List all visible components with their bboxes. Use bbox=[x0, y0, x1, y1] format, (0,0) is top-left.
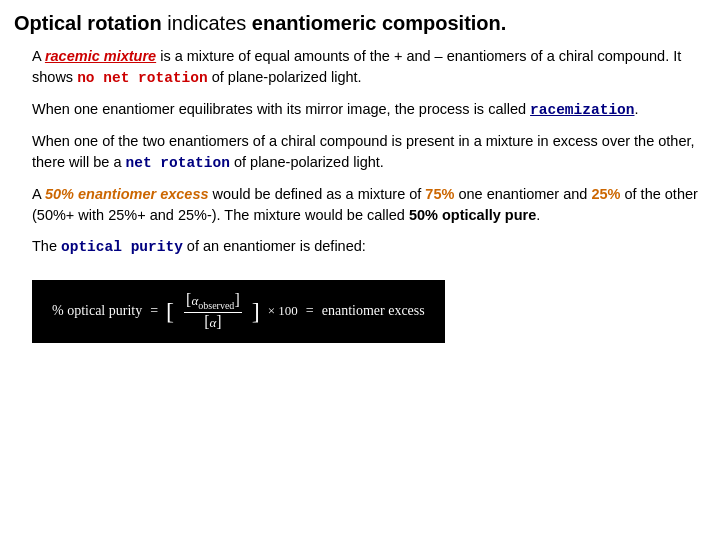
p4-prefix: A bbox=[32, 186, 45, 202]
formula-inner: % optical purity = [ [αobserved] [α] ] ×… bbox=[52, 292, 425, 331]
paragraph-3: When one of the two enantiomers of a chi… bbox=[32, 131, 706, 174]
formula-fraction: [αobserved] [α] bbox=[184, 292, 242, 331]
formula-times-100: × 100 bbox=[268, 303, 298, 319]
formula-denominator: [α] bbox=[202, 313, 223, 331]
formula-numerator: [αobserved] bbox=[184, 292, 242, 313]
p3-net-rotation: net rotation bbox=[126, 155, 230, 171]
formula-equals-1: = bbox=[150, 303, 158, 319]
paragraph-4: A 50% enantiomer excess would be defined… bbox=[32, 184, 706, 226]
p4-middle2: one enantiomer and bbox=[454, 186, 591, 202]
formula-bracket-num-right: ] bbox=[234, 291, 239, 308]
paragraph-2: When one enantiomer equilibrates with it… bbox=[32, 99, 706, 121]
p3-suffix: of plane-polarized light. bbox=[230, 154, 384, 170]
p5-optical-purity: optical purity bbox=[61, 239, 183, 255]
title-bold-1: Optical rotation bbox=[14, 12, 162, 34]
p4-period: . bbox=[536, 207, 540, 223]
formula-box: % optical purity = [ [αobserved] [α] ] ×… bbox=[32, 280, 445, 343]
p4-middle: would be defined as a mixture of bbox=[209, 186, 426, 202]
paragraph-1: A racemic mixture is a mixture of equal … bbox=[32, 46, 706, 89]
formula-label-left: % optical purity bbox=[52, 303, 142, 319]
p4-bold-end: 50% optically pure bbox=[409, 207, 536, 223]
p1-suffix: of plane-polarized light. bbox=[208, 69, 362, 85]
formula-label-right: enantiomer excess bbox=[322, 303, 425, 319]
p2-suffix: . bbox=[634, 101, 638, 117]
paragraph-5: The optical purity of an enantiomer is d… bbox=[32, 236, 706, 258]
p2-racemization: racemization bbox=[530, 102, 634, 118]
formula-bracket-left-outer: [ bbox=[166, 299, 174, 323]
title-normal: indicates bbox=[162, 12, 252, 34]
p1-no-net-rotation: no net rotation bbox=[77, 70, 208, 86]
p5-prefix: The bbox=[32, 238, 61, 254]
p5-suffix: of an enantiomer is defined: bbox=[183, 238, 366, 254]
formula-equals-2: = bbox=[306, 303, 314, 319]
p4-25: 25% bbox=[591, 186, 620, 202]
p4-75: 75% bbox=[425, 186, 454, 202]
p2-prefix: When one enantiomer equilibrates with it… bbox=[32, 101, 530, 117]
p1-racemic: racemic mixture bbox=[45, 48, 156, 64]
formula-bracket-den-right: ] bbox=[216, 313, 221, 330]
formula-subscript: observed bbox=[198, 300, 234, 311]
formula-bracket-right-outer: ] bbox=[252, 299, 260, 323]
p1-prefix: A bbox=[32, 48, 45, 64]
title-bold-2: enantiomeric composition. bbox=[252, 12, 506, 34]
p4-ee: 50% enantiomer excess bbox=[45, 186, 209, 202]
main-title: Optical rotation indicates enantiomeric … bbox=[14, 10, 706, 36]
